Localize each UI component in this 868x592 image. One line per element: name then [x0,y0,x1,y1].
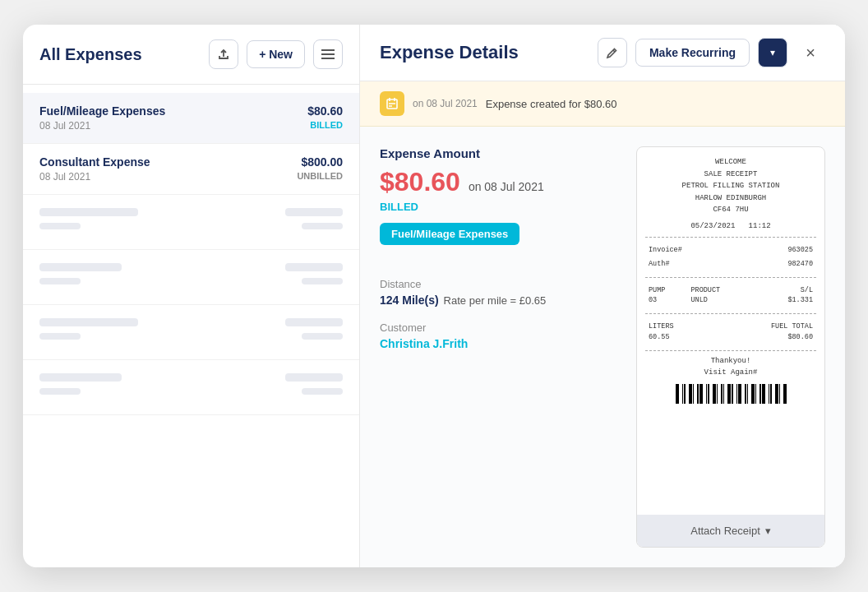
attach-receipt-label: Attach Receipt [690,525,760,537]
expense-details-title: Expense Details [380,42,589,63]
receipt-container: WELCOME SALE RECEIPT PETROL FILLING STAT… [636,146,825,548]
expense-list: Fuel/Mileage Expenses $80.60 08 Jul 2021… [23,85,359,567]
expense-amount-label: Expense Amount [380,146,616,160]
edit-button[interactable] [598,38,627,67]
upload-button[interactable] [209,39,238,69]
receipt-table: Invoice# 963025 Auth# 982470 [645,243,816,272]
receipt-line-sale: SALE RECEIPT [645,169,816,181]
product-label: PRODUCTUNLD [689,284,755,308]
distance-section: Distance 124 Mile(s) Rate per mile = £0.… [380,278,616,307]
close-button[interactable]: × [796,38,825,67]
expense-amount-value: $80.60 [380,167,460,197]
skeleton-row-3 [23,305,359,360]
notification-date: on 08 Jul 2021 [413,98,478,109]
pump-label: PUMP03 [647,284,687,308]
customer-section: Customer Christina J.Frith [380,321,616,350]
distance-sub: Rate per mile = £0.65 [444,294,547,307]
expense-amount-2: $800.00 [301,155,343,169]
distance-label: Distance [380,278,616,290]
expense-status-1: BILLED [310,120,343,130]
invoice-label: Invoice# [647,244,741,257]
auth-label: Auth# [647,258,741,271]
notification-text: Expense created for $80.60 [486,98,617,110]
category-badge: Fuel/Mileage Expenses [380,223,519,245]
receipt-line-welcome: WELCOME [645,157,816,169]
skeleton-row-4 [23,360,359,415]
right-header: Expense Details Make Recurring ▾ × [360,25,845,81]
close-icon: × [806,44,815,62]
receipt-line-datetime: 05/23/2021 11:12 [645,221,816,233]
skeleton-row-2 [23,250,359,305]
receipt-line-postcode: CF64 7HU [645,205,816,216]
customer-value[interactable]: Christina J.Frith [380,337,616,350]
expense-content: Expense Amount $80.60 on 08 Jul 2021 BIL… [360,127,845,567]
auth-value: 982470 [742,258,815,271]
expense-billed-status: BILLED [380,201,616,213]
receipt-body: WELCOME SALE RECEIPT PETROL FILLING STAT… [637,147,824,515]
invoice-value: 963025 [742,244,815,257]
notification-icon [380,91,404,116]
distance-value: 124 Mile(s) [380,294,439,307]
make-recurring-button[interactable]: Make Recurring [635,39,750,67]
expense-name-1: Fuel/Mileage Expenses [39,104,165,118]
receipt-thanks: Thankyou! [645,356,816,368]
expense-date-1: 08 Jul 2021 [39,120,90,132]
expense-amount-1: $80.60 [307,104,343,118]
notification-bar: on 08 Jul 2021 Expense created for $80.6… [360,81,845,127]
receipt-line-city: HARLOW EDINBURGH [645,193,816,205]
expense-item-2[interactable]: Consultant Expense $800.00 08 Jul 2021 U… [23,144,359,195]
dropdown-icon: ▾ [770,47,775,58]
expense-item-1[interactable]: Fuel/Mileage Expenses $80.60 08 Jul 2021… [23,93,359,144]
skeleton-row-1 [23,195,359,250]
left-header: All Expenses + New [23,25,359,85]
svg-line-4 [613,50,615,52]
new-button[interactable]: + New [247,40,305,68]
left-panel: All Expenses + New [23,25,360,567]
attach-dropdown-icon: ▾ [765,525,771,537]
price-label: S/L$1.331 [757,284,815,308]
expense-amount-date: on 08 Jul 2021 [469,180,544,193]
receipt-barcode [645,384,816,404]
receipt-products: PUMP03 PRODUCTUNLD S/L$1.331 [645,283,816,309]
expense-status-2: UNBILLED [297,171,343,181]
customer-label: Customer [380,321,616,334]
dropdown-button[interactable]: ▾ [758,38,787,67]
new-button-label: + New [259,48,293,61]
receipt-line-station: PETROL FILLING STATION [645,181,816,192]
expense-date-2: 08 Jul 2021 [39,171,90,183]
receipt-visit: Visit Again# [645,368,816,379]
expense-name-2: Consultant Expense [39,155,150,169]
liters-label: LITERS60.55 [647,321,711,344]
all-expenses-title: All Expenses [39,45,201,64]
attach-receipt-button[interactable]: Attach Receipt ▾ [637,515,824,547]
expense-amount-section: Expense Amount $80.60 on 08 Jul 2021 BIL… [380,146,616,261]
fuel-total-label: FUEL TOTAL$80.60 [713,321,815,344]
menu-button[interactable] [313,39,343,69]
right-panel: Expense Details Make Recurring ▾ × [360,25,845,567]
receipt-totals: LITERS60.55 FUEL TOTAL$80.60 [645,319,816,345]
expense-details-left: Expense Amount $80.60 on 08 Jul 2021 BIL… [380,146,616,548]
